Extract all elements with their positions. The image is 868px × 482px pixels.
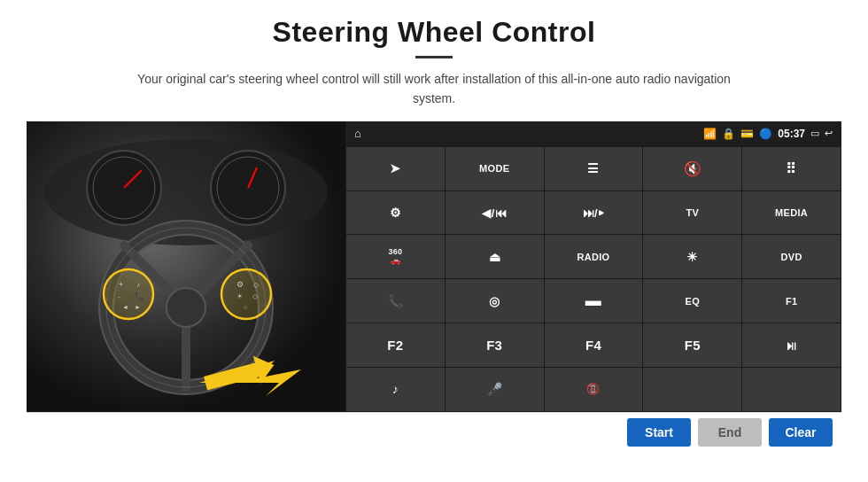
- svg-text:○: ○: [244, 304, 247, 310]
- back-icon: ↩: [825, 128, 833, 139]
- start-button[interactable]: Start: [627, 418, 691, 447]
- home-icon: ⌂: [354, 127, 361, 140]
- page-subtitle: Your original car's steering wheel contr…: [133, 69, 735, 109]
- next-button[interactable]: ⏭/▶: [545, 191, 643, 235]
- svg-text:-: -: [118, 292, 120, 300]
- car-image: + ♪ - 📞 ◄ ► ⚙ ◇ ☀ ◇ ○: [27, 121, 345, 412]
- lock-icon: 🔒: [722, 128, 735, 140]
- callend-button[interactable]: 📵: [545, 368, 643, 411]
- button-grid: ➤ MODE ☰ 🔇 ⠿ ⚙ ◀/⏮ ⏭/▶ TV MEDIA 360🚗 ⏏ R…: [345, 146, 841, 412]
- settings-button[interactable]: ⚙: [346, 191, 445, 235]
- eq-button[interactable]: EQ: [643, 279, 741, 323]
- eject-button[interactable]: ⏏: [446, 235, 544, 278]
- bluetooth-icon: 🔵: [759, 128, 772, 140]
- apps-button[interactable]: ⠿: [742, 147, 841, 190]
- page-title: Steering Wheel Control: [273, 16, 596, 49]
- mode-button[interactable]: MODE: [446, 147, 544, 190]
- wifi-icon: 📶: [703, 128, 717, 140]
- tv-button[interactable]: TV: [643, 191, 741, 235]
- control-panel: ⌂ 📶 🔒 💳 🔵 05:37 ▭ ↩ ➤ MODE ☰ 🔇: [345, 121, 841, 412]
- svg-text:◇: ◇: [252, 292, 259, 300]
- f2-button[interactable]: F2: [346, 323, 445, 367]
- screen-btn[interactable]: ▬: [545, 279, 643, 323]
- radio-button[interactable]: RADIO: [545, 235, 643, 278]
- status-left: ⌂: [354, 127, 361, 140]
- svg-point-14: [167, 288, 205, 327]
- title-divider: [415, 56, 453, 58]
- dvd-button[interactable]: DVD: [742, 235, 841, 278]
- nav-button[interactable]: ➤: [346, 147, 445, 190]
- music-button[interactable]: ♪: [346, 368, 445, 411]
- end-button[interactable]: End: [698, 418, 762, 447]
- clock: 05:37: [778, 128, 805, 140]
- f3-button[interactable]: F3: [446, 323, 544, 367]
- svg-text:☀: ☀: [236, 292, 243, 300]
- svg-text:📞: 📞: [135, 291, 145, 301]
- brightness-button[interactable]: ☀: [643, 235, 741, 278]
- f4-button[interactable]: F4: [545, 323, 643, 367]
- svg-text:⚙: ⚙: [236, 280, 244, 289]
- svg-text:◇: ◇: [253, 281, 260, 289]
- status-right: 📶 🔒 💳 🔵 05:37 ▭ ↩: [703, 128, 833, 140]
- action-bar: Start End Clear: [27, 412, 841, 453]
- f1-button[interactable]: F1: [742, 279, 841, 323]
- playpause-button[interactable]: ⏯: [742, 323, 841, 367]
- svg-text:+: +: [119, 280, 123, 289]
- screen-icon: ▭: [810, 128, 819, 139]
- content-row: + ♪ - 📞 ◄ ► ⚙ ◇ ☀ ◇ ○: [27, 121, 841, 412]
- svg-text:►: ►: [135, 304, 141, 310]
- empty2-button: [742, 368, 841, 411]
- page-wrapper: Steering Wheel Control Your original car…: [0, 0, 868, 482]
- status-bar: ⌂ 📶 🔒 💳 🔵 05:37 ▭ ↩: [345, 121, 841, 146]
- nav2-button[interactable]: ◎: [446, 279, 544, 323]
- svg-point-16: [104, 269, 153, 319]
- prev-button[interactable]: ◀/⏮: [446, 191, 544, 235]
- clear-button[interactable]: Clear: [769, 418, 833, 447]
- svg-point-23: [221, 269, 271, 319]
- svg-text:◄: ◄: [122, 304, 128, 310]
- cam360-button[interactable]: 360🚗: [346, 235, 445, 278]
- mic-button[interactable]: 🎤: [446, 368, 544, 411]
- phone-button[interactable]: 📞: [346, 279, 445, 323]
- svg-text:♪: ♪: [136, 281, 140, 289]
- empty1-button: [643, 368, 741, 411]
- f5-button[interactable]: F5: [643, 323, 741, 367]
- mute-button[interactable]: 🔇: [643, 147, 741, 190]
- list-button[interactable]: ☰: [545, 147, 643, 190]
- media-button[interactable]: MEDIA: [742, 191, 841, 235]
- sd-icon: 💳: [740, 128, 754, 140]
